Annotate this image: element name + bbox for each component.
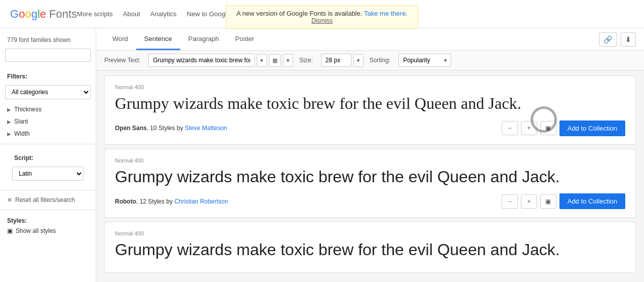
font-minus-btn-2[interactable]: − bbox=[502, 194, 518, 209]
font-card-roboto: Normal 400 Grumpy wizards make toxic bre… bbox=[104, 149, 636, 218]
logo: Google Fonts bbox=[10, 8, 77, 21]
tab-actions: 🔗 ⬇ bbox=[599, 32, 636, 47]
styles-label: Styles: bbox=[7, 217, 89, 224]
width-arrow: ▶ bbox=[7, 131, 11, 137]
sorting-label: Sorting: bbox=[370, 57, 390, 64]
font-actions-2: − + ▣ Add to Collection bbox=[502, 193, 625, 209]
tab-poster[interactable]: Poster bbox=[227, 29, 262, 50]
content-area: Word Sentence Paragraph Poster 🔗 ⬇ Previ… bbox=[96, 28, 644, 282]
add-to-collection-2[interactable]: Add to Collection bbox=[559, 193, 625, 209]
width-filter[interactable]: ▶ Width bbox=[0, 128, 96, 140]
script-section: Script: Latin bbox=[0, 148, 96, 186]
styles-icon: ▣ bbox=[7, 227, 13, 234]
font-list-btn-2[interactable]: ▣ bbox=[540, 194, 556, 209]
reset-label: Reset all filters/search bbox=[15, 196, 75, 204]
size-input[interactable] bbox=[321, 54, 351, 67]
font-card-3: Normal 400 Grumpy wizards make toxic bre… bbox=[104, 222, 636, 273]
font-name-2: Roboto bbox=[115, 198, 136, 205]
grid-view-btn[interactable]: ▦ bbox=[269, 54, 281, 67]
font-card-open-sans: Normal 400 Grumpy wizards make toxic bre… bbox=[104, 75, 636, 145]
tab-word[interactable]: Word bbox=[104, 29, 136, 50]
filters-section: Filters: All categories bbox=[0, 68, 96, 103]
width-label: Width bbox=[14, 130, 30, 137]
tab-paragraph[interactable]: Paragraph bbox=[180, 29, 227, 50]
fonts-logo-text: Fonts bbox=[49, 8, 77, 21]
preview-text-dropdown[interactable]: ▾ bbox=[257, 54, 267, 67]
sorting-select[interactable]: Popularity Alphabetical Trending Date ad… bbox=[398, 54, 451, 67]
font-actions-1: − + ▣ Add to Collection bbox=[502, 120, 625, 136]
update-banner: A new version of Google Fonts is availab… bbox=[226, 5, 418, 29]
banner-dismiss[interactable]: Dismiss bbox=[236, 17, 408, 24]
search-container bbox=[5, 49, 91, 62]
tab-sentence[interactable]: Sentence bbox=[136, 29, 180, 50]
font-list: Normal 400 Grumpy wizards make toxic bre… bbox=[96, 70, 644, 282]
font-count: 779 font families shown bbox=[0, 33, 96, 49]
font-meta-1: Normal 400 bbox=[115, 84, 625, 90]
slant-filter[interactable]: ▶ Slant bbox=[0, 115, 96, 128]
tabs-bar: Word Sentence Paragraph Poster 🔗 ⬇ bbox=[96, 28, 644, 51]
font-by-1: by bbox=[177, 125, 183, 132]
banner-message: A new version of Google Fonts is availab… bbox=[236, 10, 363, 17]
font-meta-2: Normal 400 bbox=[115, 157, 625, 164]
font-by-2: by bbox=[166, 198, 173, 205]
font-styles-2: 12 Styles bbox=[140, 198, 165, 205]
thickness-filter[interactable]: ▶ Thickness bbox=[0, 103, 96, 115]
nav-about[interactable]: About bbox=[123, 10, 140, 18]
download-button[interactable]: ⬇ bbox=[621, 32, 636, 47]
main-layout: 779 font families shown Filters: All cat… bbox=[0, 28, 644, 282]
show-all-styles[interactable]: ▣ Show all styles bbox=[7, 227, 89, 234]
size-group: ▾ bbox=[321, 54, 364, 67]
banner-link[interactable]: Take me there. bbox=[364, 10, 408, 17]
show-all-styles-label: Show all styles bbox=[16, 227, 56, 234]
google-logo-text: Google bbox=[10, 8, 46, 21]
preview-text-label: Preview Text: bbox=[104, 57, 140, 64]
styles-section: Styles: ▣ Show all styles bbox=[0, 214, 96, 237]
size-label: Size: bbox=[299, 57, 313, 64]
thickness-label: Thickness bbox=[14, 106, 42, 113]
thickness-arrow: ▶ bbox=[7, 107, 11, 112]
categories-select[interactable]: All categories bbox=[5, 85, 91, 99]
categories-filter: All categories bbox=[5, 85, 91, 99]
add-to-collection-1[interactable]: Add to Collection bbox=[559, 120, 625, 136]
reset-icon: ✕ bbox=[7, 196, 12, 204]
reset-filters[interactable]: ✕ Reset all filters/search bbox=[0, 194, 96, 206]
font-add-btn-2[interactable]: + bbox=[521, 194, 537, 209]
sidebar: 779 font families shown Filters: All cat… bbox=[0, 28, 96, 282]
link-button[interactable]: 🔗 bbox=[599, 32, 617, 47]
font-author-link-1[interactable]: Steve Matteson bbox=[185, 125, 227, 132]
header: Google Fonts A new version of Google Fon… bbox=[0, 0, 644, 28]
filters-label: Filters: bbox=[0, 70, 96, 83]
font-info-2: Roboto, 12 Styles by Christian Robertson bbox=[115, 198, 228, 205]
font-styles-1: 10 Styles bbox=[150, 125, 175, 132]
script-select[interactable]: Latin bbox=[12, 167, 84, 181]
toolbar: Preview Text: ▾ ▦ ▾ Size: ▾ Sorting: Pop… bbox=[96, 51, 644, 70]
sorting-select-wrap: Popularity Alphabetical Trending Date ad… bbox=[398, 54, 451, 67]
preview-text-group: ▾ ▦ ▾ bbox=[148, 54, 293, 67]
size-dropdown[interactable]: ▾ bbox=[353, 54, 364, 67]
font-preview-3: Grumpy wizards make toxic brew for the e… bbox=[115, 239, 625, 261]
script-select-container: Latin bbox=[7, 165, 89, 183]
font-meta-3: Normal 400 bbox=[115, 230, 625, 236]
font-name-1: Open Sans bbox=[115, 125, 147, 132]
font-author-link-2[interactable]: Christian Robertson bbox=[174, 198, 228, 205]
divider-3 bbox=[0, 210, 96, 210]
font-footer-2: Roboto, 12 Styles by Christian Robertson… bbox=[115, 193, 625, 209]
slant-arrow: ▶ bbox=[7, 119, 11, 125]
script-label: Script: bbox=[7, 151, 89, 165]
font-preview-2: Grumpy wizards make toxic brew for the e… bbox=[115, 167, 625, 188]
font-minus-btn-1[interactable]: − bbox=[502, 121, 518, 135]
search-input[interactable] bbox=[5, 49, 91, 62]
preview-text-input[interactable] bbox=[148, 54, 255, 67]
slant-label: Slant bbox=[14, 118, 28, 125]
font-info-1: Open Sans, 10 Styles by Steve Matteson bbox=[115, 125, 227, 132]
view-tabs: Word Sentence Paragraph Poster bbox=[104, 29, 262, 50]
divider-1 bbox=[0, 144, 96, 144]
grid-view-btn2[interactable]: ▾ bbox=[283, 54, 293, 67]
divider-2 bbox=[0, 190, 96, 190]
nav-analytics[interactable]: Analytics bbox=[150, 10, 177, 18]
nav-more-scripts[interactable]: More scripts bbox=[77, 10, 113, 18]
